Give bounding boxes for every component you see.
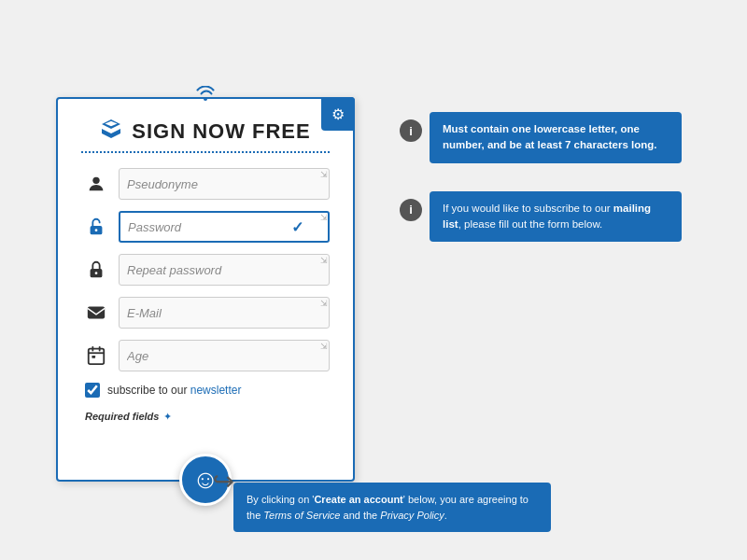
svg-rect-6 (89, 349, 105, 365)
info-icon-2: i (400, 199, 422, 221)
email-icon (81, 298, 111, 328)
newsletter-checkbox[interactable] (85, 383, 100, 398)
newsletter-checkbox-row: subscribe to our newsletter (85, 383, 330, 398)
corner-badge (321, 97, 355, 131)
form-title: SIGN NOW FREE (132, 119, 310, 144)
title-icon (100, 118, 122, 146)
tooltip-2-container: i If you would like to subscribe to our … (430, 191, 682, 243)
info-icon-1: i (400, 119, 422, 142)
checkmark-icon: ✓ (291, 218, 303, 236)
tooltip-2: If you would like to subscribe to our ma… (430, 191, 682, 243)
resize-handle-2: ⇲ (320, 213, 328, 222)
checkbox-label: subscribe to our newsletter (107, 384, 241, 397)
password-row: ✓ ⇲ (81, 211, 330, 243)
arrow-icon: ↩ (213, 466, 234, 497)
card-signal-icon (195, 86, 216, 105)
tooltip-1-text: Must contain one lowercase letter, one n… (443, 123, 656, 150)
form-card: SIGN NOW FREE ⇲ ✓ (56, 97, 355, 482)
age-input[interactable] (119, 340, 330, 371)
resize-handle: ⇲ (320, 170, 328, 179)
email-row: ⇲ (81, 297, 330, 329)
tooltip-1: Must contain one lowercase letter, one n… (430, 112, 682, 163)
lock-closed-icon (81, 255, 111, 285)
repeat-password-row: ⇲ (81, 254, 330, 286)
required-fields-note: Required fields ✦ (81, 407, 330, 424)
required-star: ✦ (163, 411, 172, 422)
form-header: SIGN NOW FREE (81, 118, 330, 146)
svg-point-2 (95, 229, 98, 231)
resize-handle-5: ⇲ (320, 342, 328, 351)
required-fields-text: Required fields (85, 411, 159, 422)
pseudonyme-input[interactable] (119, 168, 330, 200)
age-row: ⇲ (81, 340, 330, 371)
lock-open-icon (81, 212, 111, 242)
resize-handle-4: ⇲ (320, 299, 328, 308)
title-divider (81, 151, 330, 153)
resize-handle-3: ⇲ (320, 256, 328, 265)
bottom-note-text: By clicking on 'Create an account' below… (247, 494, 529, 521)
calendar-icon (81, 341, 111, 371)
newsletter-link[interactable]: newsletter (190, 384, 242, 397)
svg-point-0 (92, 177, 99, 184)
svg-rect-10 (92, 356, 95, 358)
email-input[interactable] (119, 297, 330, 329)
tooltip-1-container: i Must contain one lowercase letter, one… (430, 112, 682, 163)
repeat-password-input[interactable] (119, 254, 330, 286)
page-wrapper: SIGN NOW FREE ⇲ ✓ (0, 0, 747, 560)
person-icon (81, 169, 111, 199)
bottom-note: By clicking on 'Create an account' below… (233, 483, 551, 532)
tooltip-2-text: If you would like to subscribe to our ma… (443, 203, 651, 230)
svg-point-4 (95, 272, 98, 274)
tooltips-area: i Must contain one lowercase letter, one… (392, 56, 682, 260)
pseudonyme-row: ⇲ (81, 168, 330, 200)
svg-rect-5 (88, 307, 105, 319)
